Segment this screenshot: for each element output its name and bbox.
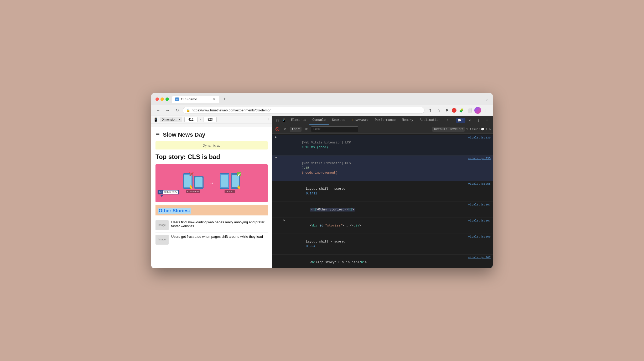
maximize-button[interactable] <box>165 97 169 101</box>
console-output[interactable]: ▶ [Web Vitals Extension] LCP 1816 ms (go… <box>272 134 493 268</box>
log-row-div-1: ▶ <div id="stories"> … </div> vitals.js:… <box>272 218 493 234</box>
url-bar[interactable]: 🔒 https://www.tunetheweb.com/experiments… <box>183 107 424 114</box>
phone-device-1: ❌ 👆 <box>183 173 193 189</box>
lcp-source[interactable]: vitals.js:235 <box>468 136 491 140</box>
forward-button[interactable]: → <box>164 107 171 114</box>
back-button[interactable]: ← <box>154 107 162 114</box>
hand-emoji-2: 👆 <box>236 185 241 189</box>
responsive-icon[interactable]: 📱 <box>153 117 158 122</box>
dimension-separator: × <box>200 118 201 121</box>
phone-device-3 <box>220 173 229 189</box>
cls-bad-demo: ❌ 👆 CLS = 0.44 <box>183 173 204 193</box>
width-input[interactable] <box>184 117 198 122</box>
bookmark-icon[interactable]: ☆ <box>435 107 442 114</box>
issues-counter[interactable]: 💬 1 <box>456 118 465 123</box>
split-view-icon[interactable]: ⬜ <box>466 107 473 114</box>
demo-separator: → <box>209 180 215 187</box>
tab-performance[interactable]: Performance <box>372 116 399 125</box>
profile-avatar[interactable] <box>474 107 481 114</box>
eye-icon[interactable]: 👁 <box>303 126 309 132</box>
h2-1-source[interactable]: vitals.js:267 <box>468 203 491 207</box>
chevron-down-icon[interactable]: ⌄ <box>485 97 489 102</box>
shift1-score-content: Layout shift – score: 0.1411 <box>283 182 466 201</box>
article-title: Top story: CLS is bad <box>155 153 268 161</box>
cls-good-label: CLS = 0 <box>225 190 235 193</box>
tab-console[interactable]: Console <box>309 116 329 125</box>
check-mark-icon: ✅ <box>237 172 241 176</box>
devtools-tab-icons: 💬 1 ⚙ ⋮ ✕ <box>456 117 491 124</box>
phone-group-good: ✅ 👆 <box>220 173 240 189</box>
lock-icon: 🔒 <box>186 109 190 112</box>
browser-menu-icon[interactable]: ⋮ <box>482 107 490 114</box>
flag-icon[interactable]: ⚑ <box>443 107 451 114</box>
log-row-shift1-score: ▶ Layout shift – score: 0.1411 vitals.js… <box>272 181 493 202</box>
devtools-more-icon[interactable]: ⋮ <box>475 117 482 124</box>
console-toolbar: 🚫 ⊘ top ▼ 👁 Default levels ▼ 1 Issue: 💬 … <box>272 125 493 134</box>
tab-more[interactable]: » <box>444 116 452 125</box>
tab-close-button[interactable]: ✕ <box>212 97 216 101</box>
title-bar: ✏ CLS demo ✕ + ⌄ <box>151 93 493 105</box>
device-toolbar: 📱 Dimensio... ▼ × ⋮ <box>151 116 272 123</box>
page-content: ☰ Slow News Day Dynamic ad Top story: CL… <box>151 127 272 268</box>
height-input[interactable] <box>204 117 217 122</box>
default-levels-selector[interactable]: Default levels ▼ <box>432 127 465 132</box>
tab-favicon: ✏ <box>175 97 179 101</box>
h1-source[interactable]: vitals.js:267 <box>468 255 491 260</box>
device-select[interactable]: Dimensio... ▼ <box>160 117 182 122</box>
hand-emoji-1: 👆 <box>189 185 193 189</box>
tab-elements[interactable]: Elements <box>288 116 309 125</box>
tab-sources[interactable]: Sources <box>329 116 348 125</box>
share-icon[interactable]: ⬆ <box>427 107 434 114</box>
cls-source[interactable]: vitals.js:235 <box>468 156 491 161</box>
site-title: Slow News Day <box>163 131 205 138</box>
log-row-cls: ▼ [Web Vitals Extension] CLS 0.15 (needs… <box>272 156 493 181</box>
minimize-button[interactable] <box>160 97 164 101</box>
div-1-toggle[interactable]: ▶ <box>283 219 286 222</box>
h2-tag: h2 <box>159 191 162 194</box>
devtools-close-icon[interactable]: ✕ <box>483 117 491 124</box>
top-label: top <box>292 127 298 131</box>
new-tab-button[interactable]: + <box>221 96 228 103</box>
tab-application[interactable]: Application <box>417 116 444 125</box>
tab-memory[interactable]: Memory <box>399 116 417 125</box>
device-dropdown-icon: ▼ <box>178 118 181 121</box>
clear-console-icon[interactable]: 🚫 <box>274 126 281 132</box>
active-tab[interactable]: ✏ CLS demo ✕ <box>172 96 219 103</box>
log-row-h1: ▶ <h1>Top story: CLS is bad</h1> vitals.… <box>272 255 493 268</box>
hamburger-menu-icon[interactable]: ☰ <box>155 132 160 138</box>
h2-arrow-indicator <box>160 195 163 197</box>
cls-row-toggle[interactable]: ▼ <box>274 156 278 160</box>
h2-highlight-box: h2 396 × 28.5 <box>158 190 179 194</box>
cls-demo-image: ❌ 👆 CLS = 0.44 → <box>155 164 268 202</box>
h2-size-badge: 396 × 28.5 <box>163 190 178 194</box>
h2-1-content: <h2>Other Stories:</h2> <box>287 203 466 217</box>
phone-group-bad: ❌ 👆 <box>183 173 204 189</box>
issues-display: 1 Issue: 💬 1 <box>466 128 487 131</box>
shift1-source[interactable]: vitals.js:265 <box>468 182 491 186</box>
record-button[interactable] <box>452 108 456 113</box>
extensions-icon[interactable]: 🧩 <box>458 107 465 114</box>
reload-button[interactable]: ↻ <box>173 107 181 114</box>
devtools-settings-icon[interactable]: ⚙ <box>466 117 474 124</box>
device-toolbar-more-icon[interactable]: ⋮ <box>267 118 270 121</box>
cls-good-demo: ✅ 👆 CLS = 0 <box>220 173 240 193</box>
lcp-row-toggle[interactable]: ▶ <box>274 136 278 139</box>
phone-screen-2 <box>195 177 202 187</box>
inspect-icon[interactable]: ⬚ <box>274 117 281 123</box>
phone-device-2 <box>194 176 204 189</box>
shift2-source[interactable]: vitals.js:265 <box>468 235 491 239</box>
filter-icon[interactable]: ⊘ <box>282 126 288 132</box>
phone-screen-3 <box>221 175 228 187</box>
other-stories-heading: Other Stories: <box>158 207 265 214</box>
browser-viewport: 📱 Dimensio... ▼ × ⋮ ☰ Slow News Day <box>151 116 272 268</box>
console-settings-icon[interactable]: ⚙ <box>489 127 491 131</box>
tab-network[interactable]: ⚠ Network <box>348 116 372 125</box>
site-header: ☰ Slow News Day <box>155 131 268 138</box>
top-context-selector[interactable]: top ▼ <box>290 127 302 132</box>
console-filter-input[interactable] <box>311 126 358 132</box>
device-toggle-icon[interactable]: 📱 <box>281 117 287 123</box>
div-1-source[interactable]: vitals.js:267 <box>468 219 491 223</box>
close-button[interactable] <box>155 97 159 101</box>
devtools-panel: ⬚ 📱 Elements Console Sources ⚠ Network P… <box>272 116 493 268</box>
cls-bad-label: CLS = 0.44 <box>186 190 200 193</box>
